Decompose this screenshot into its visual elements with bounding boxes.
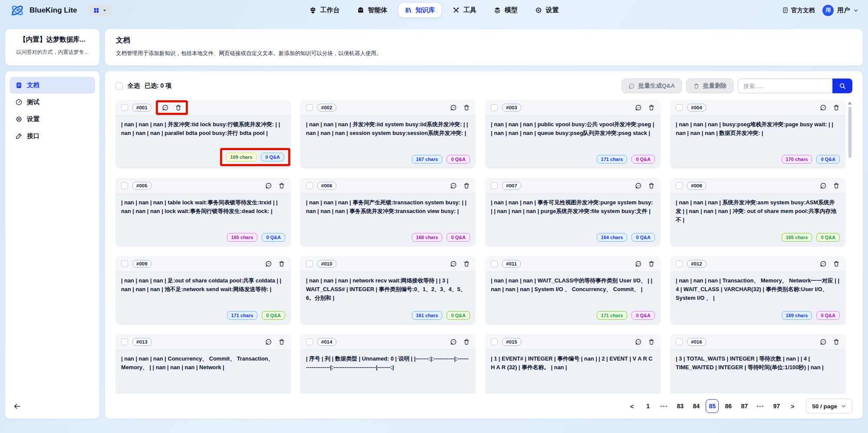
page-size-select[interactable]: 50 / page	[806, 399, 852, 413]
apps-switcher-button[interactable]	[89, 4, 112, 16]
qa-count-badge[interactable]: 0 Q&A	[631, 233, 655, 242]
delete-icon[interactable]	[175, 104, 182, 111]
collapse-sidebar-button[interactable]	[10, 400, 24, 413]
generate-qa-icon[interactable]	[450, 104, 457, 111]
doc-card-checkbox[interactable]	[121, 338, 128, 345]
delete-icon[interactable]	[648, 338, 655, 345]
generate-qa-icon[interactable]	[162, 104, 169, 111]
delete-icon[interactable]	[648, 260, 655, 267]
doc-card-checkbox[interactable]	[676, 182, 683, 189]
nav-item-workbench[interactable]: 工作台	[303, 3, 346, 17]
scrollbar-thumb[interactable]	[848, 107, 852, 158]
doc-card-checkbox[interactable]	[491, 338, 498, 345]
doc-card-checkbox[interactable]	[121, 182, 128, 189]
delete-icon[interactable]	[648, 182, 655, 189]
doc-card-checkbox[interactable]	[121, 260, 128, 267]
generate-qa-icon[interactable]	[820, 260, 827, 267]
knowledge-base-card[interactable]: 【内置】达梦数据库... 以问答对的方式，内置达梦专...	[5, 29, 99, 66]
batch-generate-qa-button[interactable]: 批量生成Q&A	[621, 79, 682, 93]
page-ellipsis: •••	[658, 399, 671, 413]
delete-icon[interactable]	[463, 260, 470, 267]
generate-qa-icon[interactable]	[820, 104, 827, 111]
gauge-icon	[15, 98, 23, 106]
qa-count-badge[interactable]: 0 Q&A	[816, 311, 840, 320]
generate-qa-icon[interactable]	[265, 338, 272, 345]
qa-count-badge[interactable]: 0 Q&A	[631, 311, 655, 320]
sidebar-item-settings[interactable]: 设置	[10, 111, 95, 128]
delete-icon[interactable]	[463, 104, 470, 111]
official-docs-link[interactable]: 官方文档	[782, 7, 815, 14]
delete-icon[interactable]	[278, 338, 285, 345]
generate-qa-icon[interactable]	[820, 182, 827, 189]
doc-card-checkbox[interactable]	[676, 104, 683, 111]
search-button[interactable]	[832, 79, 852, 93]
qa-count-badge[interactable]: 0 Q&A	[262, 311, 285, 320]
delete-icon[interactable]	[648, 104, 655, 111]
generate-qa-icon[interactable]	[635, 104, 642, 111]
page-button-86[interactable]: 86	[722, 399, 735, 413]
scroll-up-arrow-icon[interactable]	[848, 102, 852, 105]
generate-qa-icon[interactable]	[820, 338, 827, 345]
qa-count-badge[interactable]: 0 Q&A	[447, 233, 470, 242]
generate-qa-icon[interactable]	[635, 260, 642, 267]
doc-card-checkbox[interactable]	[306, 338, 313, 345]
doc-card-checkbox[interactable]	[306, 260, 313, 267]
delete-icon[interactable]	[463, 182, 470, 189]
generate-qa-icon[interactable]	[635, 338, 642, 345]
doc-card-checkbox[interactable]	[121, 104, 128, 111]
user-menu[interactable]: 用 用户	[822, 5, 858, 16]
qa-count-badge[interactable]: 0 Q&A	[447, 311, 470, 320]
doc-card-checkbox[interactable]	[676, 260, 683, 267]
doc-card-checkbox[interactable]	[491, 104, 498, 111]
qa-count-badge[interactable]: 0 Q&A	[816, 155, 840, 164]
generate-qa-icon[interactable]	[450, 260, 457, 267]
page-button-87[interactable]: 87	[738, 399, 751, 413]
page-button-85[interactable]: 85	[706, 399, 719, 413]
sidebar-item-api[interactable]: 接口	[10, 128, 95, 144]
vertical-scrollbar[interactable]	[848, 102, 852, 394]
generate-qa-icon[interactable]	[635, 182, 642, 189]
main-column: 文档 文档管理用于添加新知识，包括本地文件、网页链接或自定义文本。新添加的知识可…	[105, 29, 863, 419]
qa-count-badge[interactable]: 0 Q&A	[447, 155, 470, 164]
delete-icon[interactable]	[278, 182, 285, 189]
nav-item-settings[interactable]: 设置	[529, 3, 565, 17]
delete-icon[interactable]	[463, 338, 470, 345]
sidebar-item-docs[interactable]: 文档	[10, 77, 95, 94]
qa-count-badge[interactable]: 0 Q&A	[261, 153, 284, 161]
nav-item-agent[interactable]: 智能体	[351, 3, 394, 17]
qa-count-badge[interactable]: 0 Q&A	[816, 233, 840, 242]
nav-item-knowledge[interactable]: 知识库	[399, 3, 441, 17]
generate-qa-icon[interactable]	[450, 182, 457, 189]
delete-icon[interactable]	[278, 260, 285, 267]
doc-card-checkbox[interactable]	[306, 182, 313, 189]
delete-icon[interactable]	[833, 182, 840, 189]
sidebar-item-test[interactable]: 测试	[10, 94, 95, 111]
generate-qa-icon[interactable]	[450, 338, 457, 345]
batch-delete-button[interactable]: 批量删除	[686, 79, 733, 93]
search-input[interactable]	[738, 79, 832, 93]
page-button-83[interactable]: 83	[674, 399, 687, 413]
bluekng-logo-icon	[10, 3, 25, 18]
prev-page-button[interactable]: <	[625, 399, 638, 413]
qa-count-badge[interactable]: 0 Q&A	[262, 233, 285, 242]
page-button-84[interactable]: 84	[690, 399, 703, 413]
delete-icon[interactable]	[833, 104, 840, 111]
nav-item-tools[interactable]: 工具	[447, 3, 483, 17]
nav-item-model[interactable]: 模型	[488, 3, 524, 17]
doc-card-footer: 169 chars0 Q&A	[115, 151, 291, 168]
doc-card-checkbox[interactable]	[491, 182, 498, 189]
next-page-button[interactable]: >	[786, 399, 799, 413]
doc-card-checkbox[interactable]	[676, 338, 683, 345]
generate-qa-icon[interactable]	[265, 182, 272, 189]
page-button-1[interactable]: 1	[641, 399, 654, 413]
doc-card-checkbox[interactable]	[306, 104, 313, 111]
qa-count-badge[interactable]: 0 Q&A	[631, 155, 655, 164]
doc-card-actions	[265, 260, 285, 267]
generate-qa-icon[interactable]	[265, 260, 272, 267]
page-button-97[interactable]: 97	[770, 399, 783, 413]
delete-icon[interactable]	[833, 260, 840, 267]
doc-card-header: #001	[115, 100, 291, 116]
delete-icon[interactable]	[833, 338, 840, 345]
select-all-checkbox[interactable]	[115, 82, 123, 90]
doc-card-checkbox[interactable]	[491, 260, 498, 267]
